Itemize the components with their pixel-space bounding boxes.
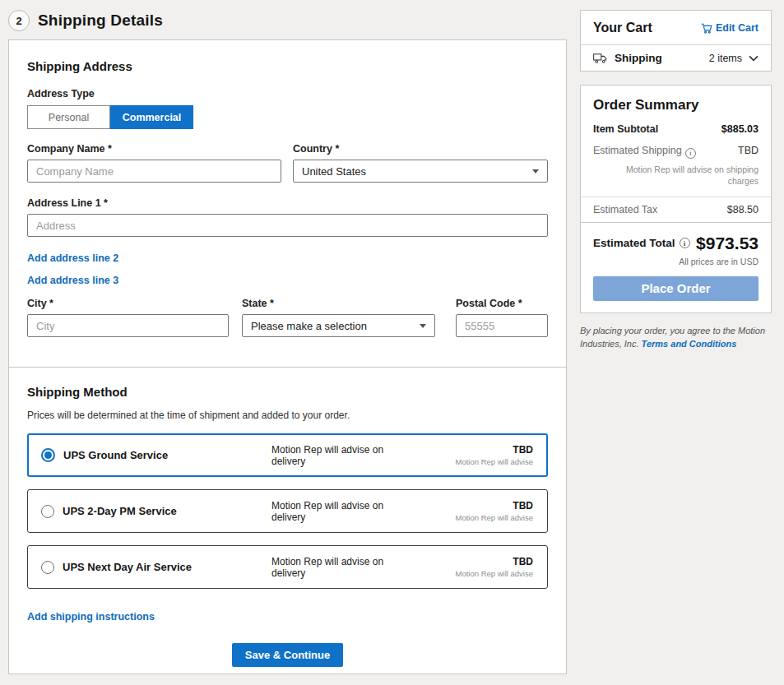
chevron-down-icon	[532, 169, 539, 174]
step-number: 2	[16, 15, 21, 27]
estimated-shipping-value: TBD	[738, 145, 758, 156]
company-name-label: Company Name *	[27, 143, 281, 155]
estimated-shipping-label: Estimated Shipping	[593, 145, 696, 159]
edit-cart-label: Edit Cart	[716, 22, 758, 34]
estimated-total-label: Estimated Total	[593, 237, 690, 249]
order-summary-top: Order Summary Item Subtotal $885.03 Esti…	[581, 86, 771, 197]
shipping-form-card: Shipping Address Address Type Personal C…	[8, 39, 567, 674]
address-line-1-input[interactable]	[27, 214, 548, 237]
info-icon[interactable]	[680, 238, 690, 248]
option-delivery-note: Motion Rep will advise on delivery	[271, 556, 401, 579]
cart-shipping-right: 2 items	[709, 53, 758, 64]
chevron-down-icon[interactable]	[749, 55, 758, 62]
option-delivery-note: Motion Rep will advise on delivery	[271, 444, 401, 467]
shipping-option-ups-2day[interactable]: UPS 2-Day PM Service Motion Rep will adv…	[27, 489, 548, 533]
country-group: Country * United States	[293, 143, 548, 183]
postal-code-label: Postal Code *	[456, 298, 548, 309]
shipping-option-ups-nextday[interactable]: UPS Next Day Air Service Motion Rep will…	[27, 545, 548, 589]
radio-unselected-icon[interactable]	[41, 505, 54, 518]
place-order-button[interactable]: Place Order	[593, 276, 758, 301]
page-title: Shipping Details	[38, 12, 163, 30]
item-subtotal-label: Item Subtotal	[593, 123, 658, 135]
cart-shipping-label: Shipping	[615, 52, 662, 64]
address-line-1-label: Address Line 1 *	[27, 197, 548, 209]
postal-code-group: Postal Code *	[456, 298, 548, 337]
city-state-postal-row: City * State * Please make a selection P…	[27, 298, 548, 337]
cart-icon	[701, 23, 712, 34]
estimated-total-row: Estimated Total $973.53	[593, 234, 758, 253]
cart-title: Your Cart	[593, 21, 652, 35]
shipping-details-page: 2 Shipping Details Shipping Address Addr…	[0, 0, 784, 685]
city-group: City *	[27, 298, 229, 337]
save-row: Save & Continue	[27, 643, 548, 667]
option-price-note: Motion Rep will advise	[401, 569, 533, 578]
option-price-note: Motion Rep will advise	[401, 457, 533, 466]
chevron-down-icon	[420, 324, 426, 328]
page-header: 2 Shipping Details	[8, 10, 163, 31]
city-label: City *	[27, 298, 229, 309]
address-type-personal-button[interactable]: Personal	[27, 105, 110, 129]
company-name-group: Company Name *	[27, 143, 281, 183]
shipping-method-heading: Shipping Method	[27, 385, 548, 399]
option-name: UPS 2-Day PM Service	[63, 505, 177, 517]
truck-icon	[593, 53, 607, 64]
radio-unselected-icon[interactable]	[41, 561, 54, 574]
item-subtotal-row: Item Subtotal $885.03	[593, 123, 758, 135]
company-name-input[interactable]	[27, 160, 281, 183]
add-shipping-instructions-link[interactable]: Add shipping instructions	[27, 611, 155, 623]
address-type-commercial-button[interactable]: Commercial	[110, 105, 193, 129]
shipping-method-section: Shipping Method Prices will be determine…	[9, 368, 566, 667]
estimated-shipping-row: Estimated Shipping TBD	[593, 145, 758, 159]
option-price-value: TBD	[401, 500, 533, 511]
estimated-tax-label: Estimated Tax	[593, 204, 657, 215]
option-price: TBD Motion Rep will advise	[401, 500, 533, 522]
address-type-group: Address Type Personal Commercial	[27, 88, 548, 129]
country-label: Country *	[293, 143, 548, 155]
estimated-tax-row: Estimated Tax $88.50	[581, 197, 771, 222]
add-address-line-2-link[interactable]: Add address line 2	[27, 252, 548, 264]
order-summary-bottom: Estimated Total $973.53 All prices are i…	[581, 223, 771, 312]
shipping-address-section: Shipping Address Address Type Personal C…	[9, 40, 566, 368]
shipping-method-note: Prices will be determined at the time of…	[27, 410, 548, 421]
address-line-1-group: Address Line 1 *	[27, 197, 548, 237]
option-price-value: TBD	[401, 444, 533, 456]
legal-text: By placing your order, you agree to the …	[580, 325, 772, 351]
state-label: State *	[242, 298, 435, 309]
terms-and-conditions-link[interactable]: Terms and Conditions	[642, 339, 737, 349]
estimated-shipping-label-text: Estimated Shipping	[593, 145, 682, 156]
shipping-option-ups-ground[interactable]: UPS Ground Service Motion Rep will advis…	[27, 433, 548, 477]
order-summary-title: Order Summary	[593, 97, 758, 113]
address-type-label: Address Type	[27, 88, 548, 100]
city-input[interactable]	[27, 314, 229, 337]
option-left: UPS Next Day Air Service	[41, 561, 271, 574]
option-price: TBD Motion Rep will advise	[401, 444, 533, 466]
option-name: UPS Ground Service	[63, 449, 168, 461]
radio-selected-icon[interactable]	[41, 448, 55, 462]
postal-code-input[interactable]	[456, 314, 548, 337]
cart-shipping-row[interactable]: Shipping 2 items	[581, 45, 771, 71]
info-icon[interactable]	[685, 148, 696, 159]
option-price-value: TBD	[401, 556, 533, 567]
state-selected-value: Please make a selection	[251, 320, 367, 332]
address-links: Add address line 2 Add address line 3	[27, 252, 548, 286]
address-type-toggle: Personal Commercial	[27, 105, 548, 129]
add-address-line-3-link[interactable]: Add address line 3	[27, 275, 548, 286]
option-delivery-note: Motion Rep will advise on delivery	[271, 500, 401, 523]
your-cart-card: Your Cart Edit Cart	[580, 10, 772, 72]
cart-items-count: 2 items	[709, 53, 742, 64]
currency-note: All prices are in USD	[593, 257, 758, 266]
state-group: State * Please make a selection	[242, 298, 435, 337]
option-name: UPS Next Day Air Service	[63, 561, 192, 573]
item-subtotal-value: $885.03	[721, 123, 758, 135]
option-left: UPS Ground Service	[41, 448, 271, 462]
save-continue-button[interactable]: Save & Continue	[232, 643, 343, 667]
cart-title-row: Your Cart Edit Cart	[581, 11, 771, 45]
shipping-instructions-row: Add shipping instructions	[27, 609, 548, 623]
edit-cart-link[interactable]: Edit Cart	[701, 22, 758, 34]
state-select[interactable]: Please make a selection	[242, 314, 435, 337]
order-summary-card: Order Summary Item Subtotal $885.03 Esti…	[580, 85, 772, 313]
shipping-address-heading: Shipping Address	[27, 59, 548, 73]
country-select[interactable]: United States	[293, 160, 548, 183]
option-left: UPS 2-Day PM Service	[41, 505, 271, 518]
estimated-total-label-text: Estimated Total	[593, 237, 675, 249]
